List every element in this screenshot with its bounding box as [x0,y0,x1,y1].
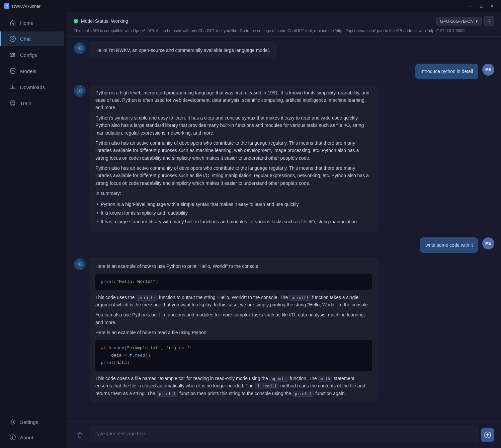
minimize-button[interactable]: ─ [466,1,476,11]
code-fn: open [114,346,124,351]
ai-message-text: Hello! I'm RWKV, an open-source and comm… [95,48,270,53]
sidebar-item-home[interactable]: Home [3,15,64,30]
square-icon: ⊡ [487,18,492,24]
after-code2: This code opens a file named "example.tx… [95,375,372,397]
app-title: RWKV-Runner [12,4,40,9]
configs-icon [9,52,16,58]
message-row: Here is an example of how to use Python … [74,258,494,401]
list-item: It has a large standard library with man… [95,217,372,226]
code-kw: with [101,346,111,351]
user-avatar: ME [482,237,494,249]
svg-point-1 [11,38,14,40]
message-row: ME write some code with it [74,237,494,253]
code-op: ) [174,346,179,351]
user-message-bubble: write some code with it [420,237,478,253]
code-op: ( [114,279,116,284]
inline-code: print() [157,391,178,397]
after-code1: This code uses the print() function to o… [95,294,372,309]
sidebar-item-about[interactable]: About [3,430,64,445]
status-text: Model Status: Working [81,18,128,24]
app-icon: R [4,3,9,9]
model-select-value: GPU-16G-7B-CN [440,19,474,24]
inline-code: f.read() [255,383,279,389]
chat-icon [9,35,16,42]
ai-message-bubble: Python is a high-level, interpreted prog… [90,85,378,232]
inline-code: print() [293,391,314,397]
clear-chat-button[interactable] [74,429,86,441]
send-button[interactable] [481,428,494,442]
input-area [67,422,501,448]
code-kw: as [179,346,184,351]
settings-icon [9,419,16,425]
maximize-button[interactable]: □ [477,1,486,11]
sidebar-item-configs[interactable]: Configs [3,48,64,62]
ai-para: Python also has an active community of d… [95,164,372,187]
chevron-down-icon: ▾ [476,19,478,24]
list-item: Python is a high-level language with a s… [95,200,372,209]
inline-code: open() [269,376,288,382]
sidebar-item-settings[interactable]: Settings [3,415,64,429]
code-fn: print [101,279,114,284]
svg-point-28 [79,264,81,265]
sidebar-label-about: About [20,435,33,440]
ai-para: In summary: [95,190,372,197]
chat-area[interactable]: Hello! I'm RWKV, an open-source and comm… [67,37,501,422]
code-op: ) [127,360,130,365]
sidebar-item-chat[interactable]: Chat [0,31,64,46]
avatar [74,258,86,270]
svg-point-5 [11,53,12,54]
sidebar-label-downloads: Downloads [20,84,45,90]
models-icon [9,68,16,74]
code2-intro: You can also use Python's built-in funct… [95,311,372,326]
user-message-text: Introduce python in detail [421,69,473,74]
downloads-icon [9,84,16,90]
message-input[interactable] [89,427,478,443]
header-bar: Model Status: Working GPU-16G-7B-CN ▾ ⊡ … [67,12,501,37]
status-dot [74,19,78,23]
code-fn: read [135,353,145,358]
code-str: "Hello, World!" [116,279,156,284]
home-icon [9,19,16,26]
api-notice: This tool's API is compatible with OpenA… [74,28,494,34]
close-button[interactable]: ✕ [488,1,497,11]
titlebar: R RWKV-Runner ─ □ ✕ [0,0,501,12]
sidebar-label-settings: Settings [20,419,38,425]
sidebar-label-configs: Configs [20,52,37,58]
svg-point-10 [11,105,12,106]
code-op: ( [124,346,127,351]
user-message-bubble: Introduce python in detail [415,64,478,79]
model-select[interactable]: GPU-16G-7B-CN ▾ [436,17,482,25]
svg-point-7 [11,56,13,57]
user-label: ME [485,241,491,246]
titlebar-controls: ─ □ ✕ [466,1,497,11]
svg-point-6 [13,54,15,56]
sidebar-label-home: Home [20,20,33,26]
code-block-1: print("Hello, World!") [95,274,372,290]
code2-intro2: Here is an example of how to read a file… [95,329,372,336]
user-label: ME [485,67,491,72]
message-row: Hello! I'm RWKV, an open-source and comm… [74,42,494,58]
status-row: Model Status: Working GPU-16G-7B-CN ▾ ⊡ [74,16,494,26]
inline-code: print() [136,295,158,301]
status-left: Model Status: Working [74,18,128,24]
user-avatar: ME [482,64,494,76]
avatar [74,42,86,54]
code-fn: print [101,360,114,365]
code-intro: Here is an example of how to use Python … [95,263,372,270]
titlebar-left: R RWKV-Runner [4,3,40,9]
sidebar-item-models[interactable]: Models [3,64,64,78]
ai-para: Python's syntax is simple and easy to le… [95,114,372,137]
code-op: () [145,353,151,358]
avatar [74,85,86,97]
ai-para: Python is a high-level, interpreted prog… [95,89,372,111]
code-str: "example.txt" [127,346,161,351]
sidebar-item-train[interactable]: Train [3,96,64,110]
layout-toggle-button[interactable]: ⊡ [484,16,494,26]
user-message-text: write some code with it [425,242,473,248]
sidebar-item-downloads[interactable]: Downloads [3,80,64,94]
ai-message-bubble: Hello! I'm RWKV, an open-source and comm… [90,42,276,58]
message-row: ME Introduce python in detail [74,64,494,79]
code-var: data [116,360,127,365]
svg-point-8 [10,68,15,70]
code-str: "r" [166,346,174,351]
